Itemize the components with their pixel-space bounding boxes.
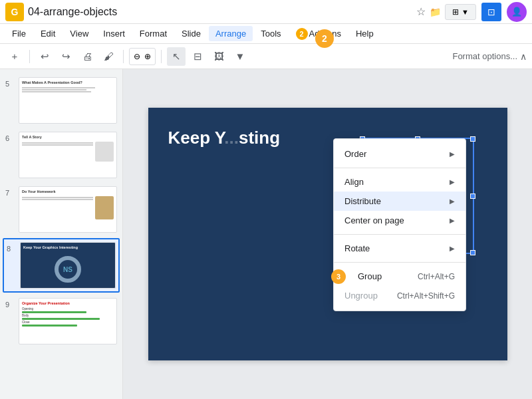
align-label: Align [344, 177, 364, 187]
menu-edit[interactable]: Edit [34, 26, 62, 41]
slide-title-text: Keep Y...sting [168, 128, 281, 148]
right-controls: ⊞ ▼ ⊡ 👤 [445, 2, 527, 22]
menu-align[interactable]: Align ▶ [334, 172, 466, 192]
ungroup-label: Ungroup [344, 291, 378, 301]
divider-2 [123, 50, 124, 63]
menu-tools[interactable]: Tools [254, 26, 287, 41]
star-icon[interactable]: ☆ [416, 5, 426, 18]
image-tool[interactable]: 🖼 [209, 47, 228, 66]
present-button[interactable]: ⊞ ▼ [445, 4, 476, 20]
handle-mr[interactable] [470, 194, 475, 199]
slide-item-7[interactable]: 7 Do Your Homework [3, 184, 120, 235]
group-label: Group [358, 271, 382, 281]
menu-section-align: Align ▶ Distribute ▶ Center on page ▶ [334, 171, 466, 231]
menu-bar: File Edit View Insert Format Slide Arran… [0, 24, 532, 44]
slide-item-6[interactable]: 6 Tell A Story [3, 129, 120, 181]
slide-item-8[interactable]: 8 Keep Your Graphics Interesting NS [3, 238, 120, 293]
slide-thumb-9: Organize Your Presentation Opening Body … [19, 298, 117, 344]
collapse-icon[interactable]: ∧ [520, 51, 527, 62]
more-tools[interactable]: ▼ [231, 47, 249, 66]
title-bar: G 04-arrange-objects ☆ 📁 ⊞ ▼ ⊡ 👤 [0, 0, 532, 24]
slide-number-8: 8 [7, 245, 16, 253]
folder-icon[interactable]: 📁 [430, 7, 441, 17]
textbox-tool[interactable]: ⊟ [188, 47, 207, 66]
present-icon-btn[interactable]: ⊡ [481, 3, 501, 21]
slide-thumb-8: Keep Your Graphics Interesting NS [20, 242, 116, 289]
select-tool[interactable]: ↖ [167, 47, 186, 66]
order-label: Order [344, 149, 366, 159]
menu-center-on-page[interactable]: Center on page ▶ [334, 211, 466, 230]
menu-slide[interactable]: Slide [175, 26, 207, 41]
zoom-in-icon: ⊕ [144, 52, 151, 61]
format-options[interactable]: Format options... ∧ [452, 51, 527, 62]
divider-1 [29, 50, 30, 63]
menu-ungroup: Ungroup Ctrl+Alt+Shift+G [334, 286, 466, 305]
undo-button[interactable]: ↩ [35, 47, 54, 66]
print-button[interactable]: 🖨 [78, 47, 96, 66]
rotate-arrow: ▶ [450, 245, 455, 252]
menu-section-order: Order ▶ [334, 143, 466, 165]
distribute-arrow: ▶ [450, 198, 455, 205]
slide-item-5[interactable]: 5 What Makes A Presentation Good? [3, 74, 120, 126]
main-area: 5 What Makes A Presentation Good? 6 Tell… [0, 69, 532, 399]
slide-item-9[interactable]: 9 Organize Your Presentation Opening Bod… [3, 295, 120, 347]
rotate-label: Rotate [344, 243, 370, 253]
menu-group[interactable]: 3 Group Ctrl+Alt+G [334, 267, 466, 286]
center-label: Center on page [344, 215, 404, 225]
slides-panel: 5 What Makes A Presentation Good? 6 Tell… [0, 69, 123, 399]
slide-number-6: 6 [5, 134, 15, 142]
distribute-label: Distribute [344, 196, 381, 206]
slide-thumb-7: Do Your Homework [19, 186, 117, 233]
handle-tr[interactable] [470, 136, 475, 142]
canvas-area: 2 Keep Y...sting NS [123, 69, 532, 399]
divider-after-center [334, 234, 466, 235]
format-options-label: Format options... [452, 51, 517, 61]
ungroup-shortcut: Ctrl+Alt+Shift+G [397, 291, 455, 301]
badge-3: 3 [331, 269, 346, 284]
menu-view[interactable]: View [63, 26, 95, 41]
slide-thumb-5: What Makes A Presentation Good? [19, 77, 117, 124]
menu-arrange[interactable]: Arrange [209, 26, 253, 41]
slide-number-7: 7 [5, 189, 15, 197]
avatar: 👤 [507, 2, 527, 22]
app-icon: G [5, 3, 24, 21]
menu-rotate[interactable]: Rotate ▶ [334, 239, 466, 258]
center-arrow: ▶ [450, 217, 455, 224]
group-shortcut: Ctrl+Alt+G [418, 272, 455, 281]
menu-insert[interactable]: Insert [96, 26, 132, 41]
redo-button[interactable]: ↪ [57, 47, 75, 66]
zoom-control[interactable]: ⊖ ⊕ [129, 48, 156, 65]
slide-number-5: 5 [5, 80, 15, 88]
menu-section-rotate: Rotate ▶ [334, 237, 466, 259]
slide-number-9: 9 [5, 301, 15, 309]
toolbar: + ↩ ↪ 🖨 🖌 ⊖ ⊕ ↖ ⊟ 🖼 ▼ Format options... … [0, 44, 532, 69]
divider-3 [161, 50, 162, 63]
menu-format[interactable]: Format [133, 26, 174, 41]
handle-br[interactable] [470, 250, 475, 255]
align-arrow: ▶ [450, 178, 455, 186]
menu-file[interactable]: File [5, 26, 33, 41]
order-arrow: ▶ [450, 150, 455, 158]
menu-section-group: 3 Group Ctrl+Alt+G Ungroup Ctrl+Alt+Shif… [334, 265, 466, 307]
arrange-dropdown-menu: Order ▶ Align ▶ Distribute ▶ Center on p… [333, 138, 466, 311]
menu-distribute[interactable]: Distribute ▶ [334, 192, 466, 211]
divider-after-rotate [334, 262, 466, 263]
document-title[interactable]: 04-arrange-objects [28, 6, 412, 18]
zoom-out-icon: ⊖ [134, 52, 140, 61]
divider-after-order [334, 168, 466, 168]
add-button[interactable]: + [5, 47, 24, 66]
paint-format-button[interactable]: 🖌 [99, 47, 118, 66]
slide-thumb-6: Tell A Story [19, 132, 117, 178]
menu-help[interactable]: Help [349, 26, 380, 41]
menu-order[interactable]: Order ▶ [334, 144, 466, 164]
